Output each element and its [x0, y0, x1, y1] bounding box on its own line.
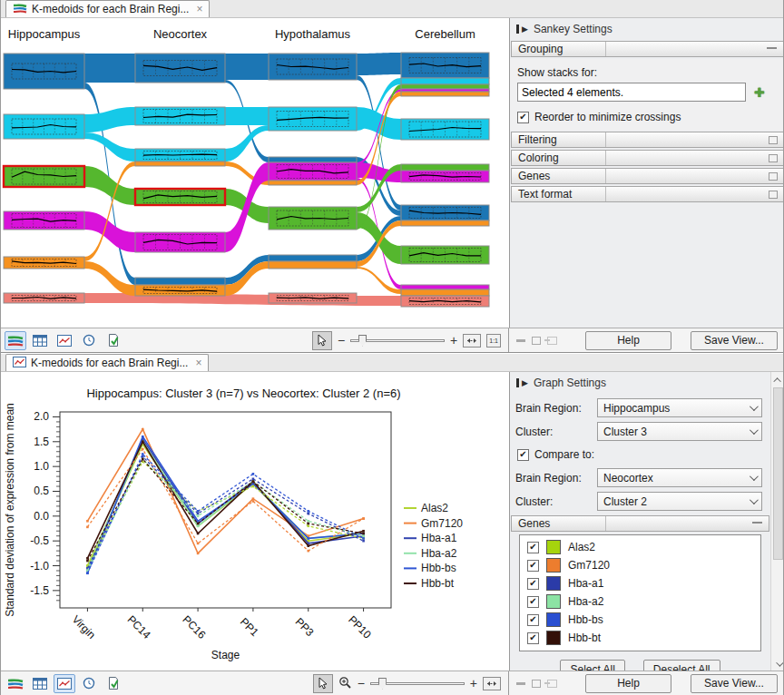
table-view-button[interactable]: [29, 674, 51, 693]
fit-width-icon[interactable]: [483, 677, 501, 690]
minimize-panel-icon[interactable]: [516, 682, 525, 685]
sankey-node-orange[interactable]: [401, 220, 489, 226]
element-info-button[interactable]: [103, 674, 124, 693]
settings-scrollbar[interactable]: [770, 372, 784, 671]
sankey-node-green[interactable]: [401, 84, 489, 89]
gene-checkbox[interactable]: ✔: [527, 542, 539, 553]
minimize-section-icon[interactable]: [767, 47, 777, 51]
sankey-flow-blue[interactable]: [357, 53, 401, 75]
sankey-flow-blue[interactable]: [84, 54, 135, 83]
cluster-2-select[interactable]: Cluster 2: [597, 492, 762, 511]
sankey-node-orange[interactable]: [135, 162, 225, 166]
zoom-out-icon[interactable]: −: [358, 677, 365, 690]
sankey-node-magenta[interactable]: [401, 285, 489, 289]
zoom-in-icon[interactable]: +: [450, 334, 457, 347]
help-button[interactable]: Help: [585, 674, 671, 693]
cluster-select[interactable]: Cluster 3: [597, 422, 762, 441]
gene-row-hba-a2[interactable]: ✔Hba-a2: [520, 592, 760, 611]
zoom-slider-thumb[interactable]: [378, 678, 387, 690]
compare-to-checkbox[interactable]: ✔: [517, 449, 529, 461]
selection-cursor-button[interactable]: [313, 674, 333, 693]
section-header-grouping[interactable]: Grouping: [511, 41, 784, 57]
add-selection-icon[interactable]: ✚: [754, 85, 765, 100]
selection-cursor-button[interactable]: [312, 331, 332, 350]
sankey-view-button[interactable]: [5, 331, 26, 350]
sankey-node-orange[interactable]: [401, 92, 489, 96]
save-view-button[interactable]: Save View...: [691, 331, 778, 350]
sankey-node-blue[interactable]: [135, 278, 225, 285]
help-button[interactable]: Help: [585, 331, 671, 350]
fit-width-icon[interactable]: [463, 334, 481, 348]
sankey-node-blue[interactable]: [269, 157, 357, 162]
zoom-slider-thumb[interactable]: [358, 335, 367, 347]
maximize-panel-icon[interactable]: [532, 680, 541, 688]
sankey-flow-orange[interactable]: [84, 261, 135, 296]
sankey-view-button[interactable]: [5, 674, 26, 693]
close-tab-icon[interactable]: ×: [196, 3, 202, 15]
expand-section-icon[interactable]: [769, 136, 778, 144]
tab-graph-view[interactable]: K-medoids for each Brain Regi... ×: [5, 354, 209, 371]
sankey-flow-orange[interactable]: [357, 267, 401, 294]
gene-row-alas2[interactable]: ✔Alas2: [520, 538, 760, 556]
stack-selection-input[interactable]: [517, 83, 746, 102]
section-header-filtering[interactable]: Filtering: [511, 132, 784, 148]
sankey-diagram[interactable]: [1, 48, 509, 328]
panel-collapse-icon[interactable]: ▶: [516, 378, 528, 387]
sankey-flow-green[interactable]: [84, 166, 135, 205]
panel-title-graph-settings[interactable]: ▶ Graph Settings: [510, 372, 784, 394]
sankey-flow-cyan[interactable]: [357, 107, 401, 140]
scroll-up-icon[interactable]: [771, 373, 784, 387]
sankey-node-blue[interactable]: [269, 255, 357, 261]
sankey-flow-cyan[interactable]: [84, 107, 135, 132]
expand-section-icon[interactable]: [769, 172, 778, 181]
scrollbar-thumb[interactable]: [773, 387, 783, 560]
panel-title-sankey-settings[interactable]: ▶ Sankey Settings: [510, 18, 784, 40]
zoom-out-icon[interactable]: −: [338, 334, 345, 347]
save-view-button[interactable]: Save View...: [691, 674, 778, 693]
graph-view-button[interactable]: [54, 331, 75, 350]
zoom-100-icon[interactable]: 1:1: [486, 334, 501, 348]
zoom-in-tool-icon[interactable]: [338, 676, 352, 691]
sankey-flow-magenta[interactable]: [84, 211, 135, 252]
element-info-button[interactable]: [103, 331, 124, 350]
maximize-panel-icon[interactable]: [532, 337, 541, 345]
section-header-genes[interactable]: Genes: [511, 168, 784, 184]
close-tab-icon[interactable]: ×: [195, 357, 201, 369]
zoom-slider[interactable]: [370, 678, 465, 690]
tab-sankey-view[interactable]: K-medoids for each Brain Regi... ×: [5, 0, 210, 17]
history-view-button[interactable]: [78, 674, 100, 693]
expand-section-icon[interactable]: [769, 154, 778, 162]
gene-checkbox[interactable]: ✔: [527, 596, 539, 608]
gene-row-gm7120[interactable]: ✔Gm7120: [520, 556, 760, 574]
sankey-node-green[interactable]: [401, 164, 489, 171]
section-header-genes[interactable]: Genes: [511, 515, 769, 532]
gene-row-hbb-bt[interactable]: ✔Hbb-bt: [520, 629, 760, 647]
brain-region-2-select[interactable]: Neocortex: [597, 468, 762, 487]
gene-checkbox[interactable]: ✔: [527, 560, 539, 572]
sankey-flow-blue[interactable]: [225, 54, 269, 80]
graph-view-button[interactable]: [54, 674, 75, 693]
expand-section-icon[interactable]: [769, 191, 778, 199]
gene-row-hba-a1[interactable]: ✔Hba-a1: [520, 574, 760, 592]
reorder-checkbox[interactable]: ✔: [517, 112, 529, 123]
zoom-in-icon[interactable]: +: [470, 677, 477, 690]
gene-checkbox[interactable]: ✔: [527, 632, 539, 644]
minimize-panel-icon[interactable]: [516, 339, 525, 342]
sankey-node-orange[interactable]: [401, 289, 489, 296]
sankey-flow-cyan[interactable]: [225, 107, 269, 125]
panel-collapse-icon[interactable]: ▶: [516, 24, 528, 34]
brain-region-select[interactable]: Hippocampus: [597, 398, 762, 417]
sankey-node-cyan[interactable]: [401, 78, 489, 84]
sankey-flow-cyan[interactable]: [84, 132, 135, 162]
sankey-node-orange[interactable]: [269, 181, 357, 185]
section-header-text-format[interactable]: Text format: [511, 186, 784, 202]
minimize-section-icon[interactable]: [752, 522, 762, 525]
section-header-coloring[interactable]: Coloring: [511, 150, 784, 166]
history-view-button[interactable]: [78, 331, 100, 350]
table-view-button[interactable]: [29, 331, 51, 350]
gene-row-hbb-bs[interactable]: ✔Hbb-bs: [520, 611, 760, 629]
gene-checkbox[interactable]: ✔: [527, 578, 539, 590]
gene-checkbox[interactable]: ✔: [527, 614, 539, 626]
scroll-down-icon[interactable]: [771, 657, 784, 671]
zoom-slider[interactable]: [350, 335, 445, 347]
